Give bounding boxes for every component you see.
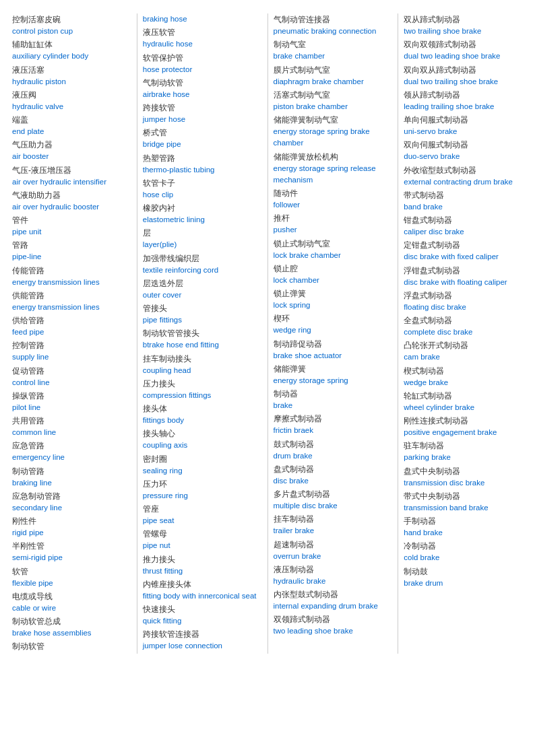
list-item: 桥式管bridge pipe (143, 127, 262, 150)
english-term: caliper disc brake (404, 226, 523, 238)
chinese-term: 多片盘式制动器 (274, 488, 393, 500)
english-term: hand brake (404, 527, 523, 539)
english-term: wedge ring (274, 324, 393, 336)
list-item: 跨接软管jumper hose (143, 102, 262, 125)
list-item: 传能管路energy transmission lines (12, 265, 131, 288)
chinese-term: 锁止式制动气室 (274, 238, 393, 250)
list-item: 制动鼓brake drum (404, 565, 523, 589)
english-term: control line (12, 377, 131, 388)
list-item: 轮缸式制动器wheel cylinder brake (404, 390, 523, 413)
english-term: band brake (404, 201, 523, 213)
list-item: 制动蹄促动器brake shoe actuator (274, 338, 393, 362)
list-item: 管接头pipe fittings (143, 302, 262, 326)
list-item: 层layer(plie) (143, 227, 262, 250)
english-term: coupling head (143, 365, 262, 376)
chinese-term: 双向双从蹄式制动器 (404, 64, 523, 76)
chinese-term: 压力接头 (143, 378, 262, 390)
english-term: overrun brake (274, 551, 393, 562)
chinese-term: 管座 (143, 503, 262, 515)
list-item: 供给管路feed pipe (12, 314, 131, 338)
chinese-term: 推力接头 (143, 553, 262, 565)
chinese-term: 液压软管 (143, 26, 262, 38)
english-term: braking hose (143, 13, 262, 25)
list-item: 密封圈sealing ring (143, 453, 262, 477)
list-item: 控制管路supply line (12, 339, 131, 363)
chinese-term: 锁止弹簧 (274, 287, 393, 300)
english-term: air over hydraulic booster (12, 201, 131, 213)
chinese-term: 浮钳盘式制动器 (404, 265, 523, 277)
list-item: 供能管路energy transmission lines (12, 289, 131, 313)
english-term: lock chamber (274, 275, 393, 286)
chinese-term: 刚性件 (12, 515, 131, 527)
column-2: braking hose液压软管hydraulic hose软管保护管hose … (137, 13, 268, 654)
list-item: 驻车制动器parking brake (404, 440, 523, 463)
chinese-term: 控制活塞皮碗 (12, 13, 131, 26)
english-term: transmission band brake (404, 502, 523, 514)
chinese-term: 钳盘式制动器 (404, 214, 523, 226)
english-term: hydraulic valve (12, 101, 131, 112)
list-item: 单向伺服式制动器uni-servo brake (404, 114, 523, 137)
list-item: 锁止弹簧lock spring (274, 287, 393, 311)
chinese-term: 制动蹄促动器 (274, 338, 393, 350)
list-item: 推力接头thrust fitting (143, 553, 262, 577)
chinese-term: 冷制动器 (404, 540, 523, 552)
chinese-term: 管路 (12, 239, 131, 251)
english-term: complete disc brake (404, 327, 523, 338)
chinese-term: 外收缩型鼓式制动器 (404, 164, 523, 176)
chinese-term: 共用管路 (12, 415, 131, 427)
chinese-term: 双向伺服式制动器 (404, 139, 523, 151)
list-item: 刚性件rigid pipe (12, 515, 131, 539)
english-term: diaphragm brake chamber (274, 76, 393, 88)
list-item: 软管卡子hose clip (143, 177, 262, 201)
list-item: 液压软管hydraulic hose (143, 26, 262, 50)
english-term: sealing ring (143, 465, 262, 477)
list-item: 外收缩型鼓式制动器external contracting drum brake (404, 164, 523, 188)
chinese-term: 热塑管路 (143, 152, 262, 164)
english-term: follower (274, 199, 393, 211)
list-item: 浮钳盘式制动器disc brake with floating caliper (404, 265, 523, 288)
list-item: 刚性连接式制动器positive engagement brake (404, 415, 523, 438)
list-item: 储能弹簧制动气室energy storage spring brake cham… (274, 114, 393, 149)
english-term: uni-servo brake (404, 126, 523, 137)
english-term: parking brake (404, 452, 523, 463)
chinese-term: 半刚性管 (12, 540, 131, 552)
chinese-term: 气液助助力器 (12, 189, 131, 201)
english-term: common line (12, 427, 131, 438)
english-term: brake shoe actuator (274, 350, 393, 362)
chinese-term: 凸轮张开式制动器 (404, 339, 523, 351)
english-term: pipe seat (143, 515, 262, 526)
chinese-term: 桥式管 (143, 127, 262, 139)
list-item: 盘式制动器disc brake (274, 463, 393, 487)
chinese-term: 制动鼓 (404, 565, 523, 578)
list-item: 液压阀hydraulic valve (12, 89, 131, 112)
chinese-term: 气制动管连接器 (274, 13, 393, 26)
column-4: 双从蹄式制动器two trailing shoe brake双向双领蹄式制动器d… (398, 13, 528, 654)
list-item: 凸轮张开式制动器cam brake (404, 339, 523, 363)
english-term: jumper hose (143, 114, 262, 125)
list-item: 楔环wedge ring (274, 312, 393, 336)
list-item: 液压活塞hydraulic piston (12, 64, 131, 88)
chinese-term: 应急管路 (12, 440, 131, 452)
chinese-term: 双从蹄式制动器 (404, 13, 523, 26)
english-term: positive engagement brake (404, 427, 523, 438)
list-item: 储能弹簧放松机构energy storage spring release me… (274, 151, 393, 186)
list-item: 随动件follower (274, 187, 393, 211)
english-term: secondary line (12, 502, 131, 514)
list-item: 管螺母pipe nut (143, 528, 262, 551)
chinese-term: 液压活塞 (12, 64, 131, 76)
english-term: control piston cup (12, 26, 131, 37)
chinese-term: 摩擦式制动器 (274, 413, 393, 425)
english-term: compression fittings (143, 390, 262, 401)
chinese-term: 促动管路 (12, 365, 131, 377)
list-item: 制动软管总成brake hose assemblies (12, 615, 131, 639)
list-item: 气制动软管airbrake hose (143, 77, 262, 100)
list-item: 双向双领蹄式制动器dual two leading shoe brake (404, 38, 523, 62)
list-item: 活塞式制动气室piston brake chamber (274, 89, 393, 112)
english-term: brake drum (404, 578, 523, 589)
list-item: 锁止腔lock chamber (274, 263, 393, 286)
list-item: 管件pipe unit (12, 214, 131, 238)
chinese-term: 软管卡子 (143, 177, 262, 189)
english-term: dual two trailing shoe brake (404, 76, 523, 88)
english-term: trailer brake (274, 525, 393, 537)
english-term: end plate (12, 126, 131, 137)
